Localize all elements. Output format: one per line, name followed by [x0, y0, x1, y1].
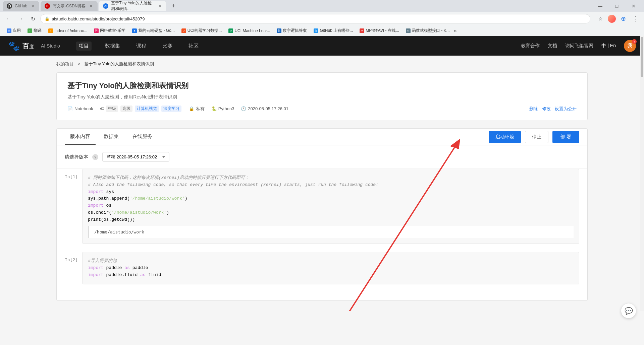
cell-2-line-1: #导入需要的包: [88, 258, 574, 265]
minimize-button[interactable]: —: [592, 0, 608, 12]
profile-icon[interactable]: [608, 15, 616, 23]
bookmark-translate-label: 翻译: [34, 28, 42, 33]
cell-1-line-5: import os: [88, 202, 574, 209]
forward-button[interactable]: →: [16, 14, 25, 23]
nav-item-community[interactable]: 社区: [186, 42, 201, 51]
bookmark-translate[interactable]: T 翻译: [25, 27, 44, 34]
bookmark-github2-label: GitHub 上有哪些...: [320, 28, 353, 33]
browser-titlebar: GitHub ✕ C 写文章-CSDN博客 ✕ Ai 基于Tiny Yolo的人…: [0, 0, 644, 12]
tabs-header: 版本内容 数据集 在线服务 启动环境 停止 部 署: [57, 129, 587, 145]
tag-advanced: 高级: [120, 106, 132, 112]
bookmarks-bar: ⊞ 应用 T 翻译 I Index of /ml/mac... 网 网络教室-乐…: [0, 25, 644, 36]
meta-privacy: 🔒 私有: [189, 106, 205, 112]
meta-python: 🐍 Python3: [211, 106, 234, 111]
bookmark-uci1[interactable]: U UCI机器学习数据...: [179, 27, 225, 34]
nav-right: 教育合作 文档 访问飞桨官网 中 | En 我 4: [521, 40, 636, 52]
content-wrapper: 版本内容 数据集 在线服务 启动环境 停止 部 署 请选择版本 ? 草稿 202…: [56, 128, 588, 301]
tab-ai[interactable]: Ai 基于Tiny Yolo的人脸检测和表情... ✕: [99, 1, 166, 11]
notebook-label: Notebook: [74, 106, 93, 111]
bookmark-mp4[interactable]: M MP4转AVI - 在线...: [357, 27, 402, 34]
bookmark-apps-label: 应用: [13, 28, 21, 33]
action-edit[interactable]: 修改: [542, 106, 551, 112]
nav-education[interactable]: 教育合作: [521, 43, 540, 49]
tab-online-service[interactable]: 在线服务: [127, 129, 158, 145]
nav-docs[interactable]: 文档: [548, 43, 557, 49]
bookmark-hanshu[interactable]: K 函数式模型接口 - K...: [403, 27, 452, 34]
notebook-icon: 📄: [67, 106, 73, 111]
breadcrumb-current: 基于Tiny Yolo的人脸检测和表情识别: [84, 61, 154, 66]
bookmark-cloud[interactable]: ▲ 我的云端硬盘 - Go...: [129, 27, 177, 34]
new-tab-button[interactable]: +: [169, 1, 178, 11]
level-icon: 🏷: [100, 106, 104, 111]
cell-2-content: #导入需要的包 import paddle as paddle import p…: [82, 252, 579, 284]
extensions-icon[interactable]: ⊕: [619, 14, 628, 23]
bookmark-shuziyuanli-icon: 数: [277, 28, 281, 33]
tab-csdn-icon: C: [45, 3, 50, 9]
bookmark-uci2[interactable]: U UCI Machine Lear...: [226, 28, 273, 34]
bookmark-uci1-icon: U: [181, 28, 186, 33]
btn-deploy[interactable]: 部 署: [552, 131, 579, 143]
bookmark-translate-icon: T: [28, 28, 32, 33]
btn-stop[interactable]: 停止: [525, 131, 548, 143]
cell-1-content: # 同时添加如下代码，这样每次环境(kernel)启动的时候只要运行下方代码即可…: [82, 169, 579, 244]
nav-item-course[interactable]: 课程: [133, 42, 149, 51]
bookmark-wangluojiaoshi[interactable]: 网 网络教室-乐学: [91, 27, 128, 34]
user-avatar-area: 我 4: [624, 40, 636, 52]
meta-levels: 🏷 中级 高级 计算机视觉 深度学习: [100, 106, 182, 112]
btn-start-env[interactable]: 启动环境: [489, 131, 521, 143]
tab-dataset[interactable]: 数据集: [98, 129, 124, 145]
bookmark-mp4-icon: M: [360, 28, 364, 33]
tab-github[interactable]: GitHub ✕: [3, 1, 39, 11]
breadcrumb-parent[interactable]: 我的项目: [56, 61, 74, 66]
tabs-actions: 启动环境 停止 部 署: [489, 131, 579, 143]
tab-csdn-close[interactable]: ✕: [88, 3, 94, 9]
bookmarks-more[interactable]: »: [454, 28, 457, 34]
bookmark-icon[interactable]: ☆: [596, 14, 605, 23]
nav-item-competition[interactable]: 比赛: [160, 42, 175, 51]
bookmark-github2[interactable]: 知 GitHub 上有哪些...: [311, 27, 356, 34]
tabs-section: 版本内容 数据集 在线服务 启动环境 停止 部 署 请选择版本 ? 草稿 202…: [56, 128, 588, 301]
back-button[interactable]: ←: [4, 14, 13, 23]
tab-csdn-label: 写文章-CSDN博客: [53, 3, 86, 9]
logo-paw-icon: 🐾: [8, 41, 20, 52]
close-button[interactable]: ✕: [626, 0, 641, 12]
nav-item-project[interactable]: 项目: [76, 42, 92, 51]
version-select[interactable]: 草稿 2020-05-05 17:26:02: [102, 152, 169, 162]
menu-icon[interactable]: ⋮: [631, 14, 640, 23]
bookmark-cloud-label: 我的云端硬盘 - Go...: [138, 28, 175, 33]
lock-icon: 🔒: [45, 16, 50, 21]
tag-dl: 深度学习: [161, 106, 181, 112]
bookmark-index-icon: I: [48, 28, 53, 33]
nav-lang[interactable]: 中 | En: [601, 43, 616, 49]
tag-cv: 计算机视觉: [135, 106, 159, 112]
tab-ai-label: 基于Tiny Yolo的人脸检测和表情...: [111, 0, 155, 12]
bookmark-apps[interactable]: ⊞ 应用: [4, 27, 23, 34]
notification-badge: 4: [632, 39, 637, 44]
tab-csdn[interactable]: C 写文章-CSDN博客 ✕: [41, 1, 98, 11]
nav-item-dataset[interactable]: 数据集: [102, 42, 123, 51]
scrollbar-thumb[interactable]: [641, 37, 643, 77]
project-meta: 📄 Notebook 🏷 中级 高级 计算机视觉 深度学习 🔒 私有 🐍 Pyt…: [67, 106, 577, 112]
tab-github-close[interactable]: ✕: [30, 3, 35, 9]
bookmark-uci2-icon: U: [228, 28, 233, 33]
action-publish[interactable]: 设置为公开: [555, 106, 577, 112]
cell-2-line-2: import paddle as paddle: [88, 265, 574, 272]
bookmark-index[interactable]: I Index of /ml/mac...: [46, 28, 90, 34]
time-label: 2020-05-05 17:26:01: [248, 106, 288, 111]
version-help-icon[interactable]: ?: [92, 154, 98, 160]
action-delete[interactable]: 删除: [529, 106, 538, 112]
maximize-button[interactable]: □: [609, 0, 625, 12]
version-row: 请选择版本 ? 草稿 2020-05-05 17:26:02: [57, 145, 587, 169]
cell-1-line-7: print(os.getcwd()): [88, 216, 574, 223]
logo-text: 百度: [22, 42, 34, 51]
tab-version-content[interactable]: 版本内容: [65, 129, 96, 145]
address-bar[interactable]: 🔒 aistudio.baidu.com/aistudio/projectdet…: [40, 14, 590, 23]
cell-1-line-3: import sys: [88, 189, 574, 196]
logo[interactable]: 🐾 百度 AI Studio: [8, 41, 60, 52]
tab-ai-close[interactable]: ✕: [158, 3, 162, 9]
bookmark-shuziyuanli[interactable]: 数 数字逻辑答案: [274, 27, 310, 34]
code-area: In[1] # 同时添加如下代码，这样每次环境(kernel)启动的时候只要运行…: [57, 169, 587, 300]
nav-feijian[interactable]: 访问飞桨官网: [565, 43, 593, 49]
tab-github-label: GitHub: [15, 4, 27, 8]
refresh-button[interactable]: ↻: [28, 14, 38, 23]
